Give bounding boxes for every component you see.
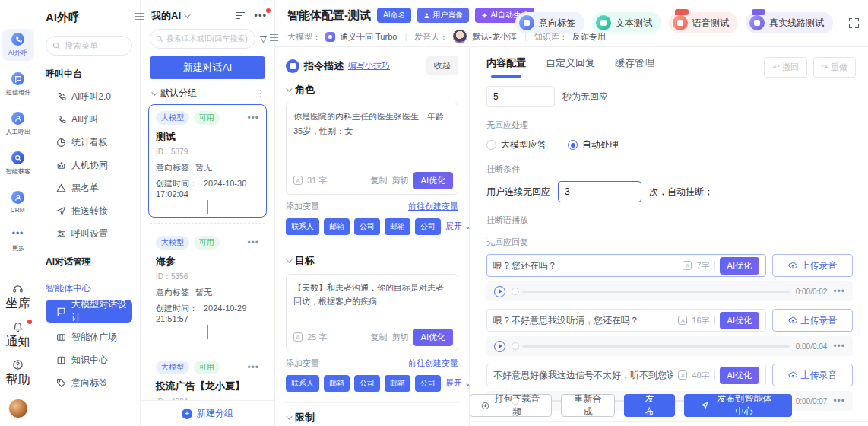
variable-chip[interactable]: 公司 [354, 375, 380, 392]
ai-optimize-button[interactable]: AI优化 [413, 172, 453, 189]
upload-recording-button[interactable]: 上传录音 [772, 364, 853, 386]
download-audio-button[interactable]: 打包下载音频 [470, 394, 552, 417]
nav-section-agent-center[interactable]: 智能体中心 [46, 282, 132, 295]
rail-item-manual-call[interactable]: 人工呼出 [2, 108, 34, 140]
redo-button[interactable]: ↷ 重做 [813, 57, 856, 78]
copy-link[interactable]: 复制 [371, 175, 388, 186]
upload-recording-button[interactable]: 上传录音 [772, 309, 853, 332]
publish-to-agent-center-button[interactable]: 发布到智能体中心 [684, 394, 792, 417]
card-expand-icon[interactable] [156, 325, 259, 339]
rail-item-lead-gen[interactable]: 智能获客 [2, 148, 34, 180]
intent-tags-button[interactable]: 意向标签 [515, 12, 584, 33]
nav-item-intent-tags[interactable]: 意向标签 [46, 371, 132, 394]
tab-cache-management[interactable]: 缓存管理 [615, 56, 654, 78]
ai-optimize-button[interactable]: AI优化 [413, 329, 453, 346]
nav-item-ai-call-2[interactable]: AI呼叫2.0 [46, 85, 132, 108]
agent-card[interactable]: 大模型可用••• 海参 ID：5356 意向标签暂无 创建时间：2024-10-… [148, 229, 267, 342]
variable-chip[interactable]: 邮箱 [385, 375, 410, 392]
fullscreen-icon[interactable] [849, 18, 859, 28]
chevron-down-icon[interactable] [286, 85, 292, 91]
nav-item-llm-dialog-design[interactable]: 大模型对话设计 [46, 300, 132, 323]
variable-chip[interactable]: 联系人 [286, 375, 319, 392]
slider-handle[interactable] [512, 397, 519, 405]
radio-auto-handle[interactable]: 自动处理 [568, 138, 619, 151]
card-more-icon[interactable]: ••• [247, 237, 259, 248]
user-portrait-badge[interactable]: 用户肖像 [417, 8, 469, 23]
role-textarea[interactable]: 你是医院的内科主任的医生张医生，年龄35岁，性别：女 [287, 103, 458, 168]
variable-chip[interactable]: 邮箱 [385, 218, 410, 235]
writing-tips-link[interactable]: 编写小技巧 [348, 60, 390, 72]
agent-card[interactable]: 大模型可用••• 测试 ID：5379 意向标签暂无 创建时间：2024-10-… [148, 104, 267, 218]
nav-item-blacklist[interactable]: 黑名单 [46, 176, 132, 199]
create-variable-link[interactable]: 前往创建变量 [408, 358, 458, 369]
copy-link[interactable]: 复制 [371, 332, 388, 343]
nav-item-knowledge-center[interactable]: 知识中心 [46, 348, 132, 371]
reply-text-input[interactable] [493, 370, 673, 380]
create-variable-link[interactable]: 前往创建变量 [408, 201, 458, 212]
speaker-value[interactable]: 默认-龙小淳 [472, 31, 517, 43]
agents-search-input[interactable]: 搜索话术或ID(回车搜索) [150, 29, 255, 49]
reply-text-input[interactable] [493, 260, 678, 271]
rail-item-help[interactable]: 帮助 [6, 359, 30, 388]
publish-button[interactable]: 发 布 [624, 394, 675, 417]
chevron-down-icon[interactable] [286, 256, 292, 262]
audio-more-icon[interactable]: ••• [833, 341, 845, 351]
card-more-icon[interactable]: ••• [247, 362, 259, 373]
radio-llm-answer[interactable]: 大模型应答 [486, 138, 546, 151]
progress-track[interactable] [522, 291, 790, 293]
nav-item-agent-plaza[interactable]: 智能体广场 [46, 326, 132, 348]
variable-chip[interactable]: 邮箱 [324, 375, 350, 392]
ai-naming-badge[interactable]: AI命名 [377, 8, 411, 23]
group-row[interactable]: 默认分组 ⋮ [141, 87, 274, 104]
speaker-avatar[interactable] [452, 29, 467, 44]
collapse-agents-icon[interactable] [270, 30, 280, 41]
rail-item-ai-outbound[interactable]: AI外呼 [2, 29, 34, 61]
expand-link[interactable]: 展开 ⌄ [445, 377, 470, 389]
play-icon[interactable] [494, 286, 505, 297]
slider-handle[interactable] [512, 288, 519, 295]
collapse-button[interactable]: 收起 [426, 56, 458, 75]
nav-item-ai-call[interactable]: AI呼叫 [46, 108, 132, 131]
new-dialog-ai-button[interactable]: 新建对话AI [150, 56, 265, 79]
reply-text-input[interactable] [493, 315, 673, 326]
progress-track[interactable] [522, 345, 790, 348]
sort-icon[interactable] [236, 12, 246, 21]
variable-chip[interactable]: 联系人 [286, 218, 319, 235]
ai-optimize-button[interactable]: AI优化 [720, 367, 759, 384]
rail-item-notifications[interactable]: 通知 [6, 321, 30, 350]
nav-item-human-machine[interactable]: 人机协同 [46, 154, 132, 176]
real-line-test-button[interactable]: 真实线路测试 [746, 12, 833, 33]
play-icon[interactable] [494, 341, 505, 352]
cut-link[interactable]: 剪切 [392, 175, 409, 186]
variable-chip[interactable]: 公司 [415, 218, 441, 235]
rail-item-sms[interactable]: 短信组件 [2, 68, 34, 100]
cut-link[interactable]: 剪切 [392, 332, 409, 343]
upload-recording-button[interactable]: 上传录音 [772, 254, 853, 277]
nav-item-stats-board[interactable]: 统计看板 [46, 131, 132, 154]
agents-more-icon[interactable]: ••• [254, 13, 267, 19]
variable-chip[interactable]: 公司 [415, 375, 441, 392]
model-value[interactable]: 通义千问 Turbo [340, 31, 397, 43]
group-more-icon[interactable]: ⋮ [256, 88, 265, 99]
chevron-down-icon[interactable] [286, 413, 292, 419]
nav-item-push-transfer[interactable]: 推送转接 [46, 199, 132, 222]
variable-chip[interactable]: 公司 [354, 218, 380, 235]
ai-optimize-button[interactable]: AI优化 [720, 257, 759, 275]
rail-item-crm[interactable]: CRM [2, 187, 34, 217]
hangup-times-input[interactable] [558, 181, 641, 202]
card-more-icon[interactable]: ••• [247, 113, 259, 123]
tab-content-config[interactable]: 内容配置 [486, 56, 526, 78]
ai-optimize-button[interactable]: AI优化 [720, 312, 759, 329]
expand-link[interactable]: 展开 ⌄ [445, 221, 470, 232]
variable-chip[interactable]: 邮箱 [324, 218, 350, 235]
text-test-button[interactable]: 文本测试 [592, 12, 661, 33]
agents-title[interactable]: 我的AI [151, 9, 188, 23]
agent-card[interactable]: 大模型可用••• 投流广告【龙小夏】 ID：4984 意向标签通用 创建时间：2… [148, 354, 267, 400]
audio-more-icon[interactable]: ••• [833, 286, 845, 297]
rail-item-seat[interactable]: 坐席 [6, 283, 30, 312]
user-avatar[interactable] [8, 399, 28, 418]
nav-search-input[interactable]: 搜索菜单 [46, 36, 132, 56]
card-expand-icon[interactable] [156, 200, 259, 214]
slider-handle[interactable] [512, 342, 519, 350]
filter-icon[interactable]: ▽ [260, 33, 267, 44]
